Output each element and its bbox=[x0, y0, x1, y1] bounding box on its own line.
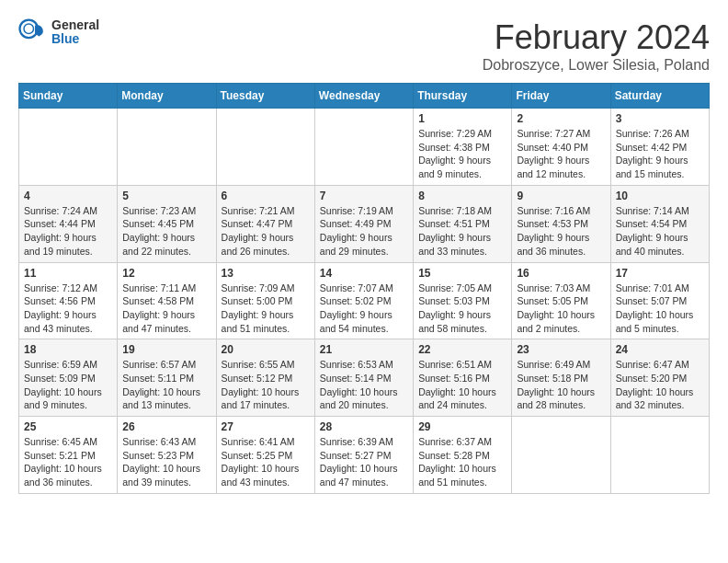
calendar-cell: 15Sunrise: 7:05 AM Sunset: 5:03 PM Dayli… bbox=[414, 262, 512, 339]
calendar-week-row: 11Sunrise: 7:12 AM Sunset: 4:56 PM Dayli… bbox=[19, 262, 710, 339]
calendar-cell: 5Sunrise: 7:23 AM Sunset: 4:45 PM Daylig… bbox=[118, 185, 216, 262]
calendar-cell bbox=[118, 109, 216, 186]
day-info: Sunrise: 6:45 AM Sunset: 5:21 PM Dayligh… bbox=[24, 435, 112, 489]
weekday-header-thursday: Thursday bbox=[414, 84, 512, 109]
day-number: 14 bbox=[320, 267, 408, 280]
day-info: Sunrise: 7:03 AM Sunset: 5:05 PM Dayligh… bbox=[517, 282, 605, 336]
day-info: Sunrise: 7:11 AM Sunset: 4:58 PM Dayligh… bbox=[122, 282, 210, 336]
day-number: 15 bbox=[418, 267, 506, 280]
day-number: 19 bbox=[122, 343, 210, 356]
day-info: Sunrise: 6:37 AM Sunset: 5:28 PM Dayligh… bbox=[418, 435, 506, 489]
calendar-cell: 21Sunrise: 6:53 AM Sunset: 5:14 PM Dayli… bbox=[314, 339, 413, 417]
day-number: 26 bbox=[122, 420, 210, 433]
day-number: 3 bbox=[616, 112, 704, 125]
day-number: 23 bbox=[517, 343, 605, 356]
day-info: Sunrise: 6:51 AM Sunset: 5:16 PM Dayligh… bbox=[418, 358, 506, 412]
calendar-cell: 6Sunrise: 7:21 AM Sunset: 4:47 PM Daylig… bbox=[216, 185, 314, 262]
calendar-cell: 10Sunrise: 7:14 AM Sunset: 4:54 PM Dayli… bbox=[610, 185, 709, 262]
calendar-cell: 13Sunrise: 7:09 AM Sunset: 5:00 PM Dayli… bbox=[216, 262, 314, 339]
weekday-header-sunday: Sunday bbox=[19, 84, 118, 109]
calendar-cell: 14Sunrise: 7:07 AM Sunset: 5:02 PM Dayli… bbox=[314, 262, 413, 339]
day-info: Sunrise: 7:16 AM Sunset: 4:53 PM Dayligh… bbox=[517, 204, 605, 259]
calendar-week-row: 1Sunrise: 7:29 AM Sunset: 4:38 PM Daylig… bbox=[19, 109, 710, 186]
calendar-header: SundayMondayTuesdayWednesdayThursdayFrid… bbox=[19, 84, 710, 109]
day-number: 7 bbox=[320, 190, 408, 202]
logo-blue-text: Blue bbox=[51, 32, 99, 46]
day-number: 22 bbox=[418, 343, 506, 356]
day-number: 29 bbox=[418, 420, 506, 433]
day-number: 12 bbox=[122, 267, 210, 280]
calendar-cell bbox=[19, 109, 118, 186]
day-info: Sunrise: 6:43 AM Sunset: 5:23 PM Dayligh… bbox=[122, 435, 210, 489]
day-number: 5 bbox=[122, 190, 210, 202]
calendar-cell: 16Sunrise: 7:03 AM Sunset: 5:05 PM Dayli… bbox=[512, 262, 610, 339]
day-info: Sunrise: 7:21 AM Sunset: 4:47 PM Dayligh… bbox=[222, 204, 310, 259]
location: Dobroszyce, Lower Silesia, Poland bbox=[483, 57, 710, 74]
day-info: Sunrise: 6:55 AM Sunset: 5:12 PM Dayligh… bbox=[222, 358, 310, 412]
day-info: Sunrise: 7:12 AM Sunset: 4:56 PM Dayligh… bbox=[24, 282, 112, 336]
calendar-cell: 28Sunrise: 6:39 AM Sunset: 5:27 PM Dayli… bbox=[314, 417, 413, 494]
calendar-cell: 1Sunrise: 7:29 AM Sunset: 4:38 PM Daylig… bbox=[414, 109, 512, 186]
svg-point-1 bbox=[24, 24, 34, 34]
weekday-header-friday: Friday bbox=[512, 84, 610, 109]
day-number: 4 bbox=[24, 190, 112, 202]
calendar-cell: 23Sunrise: 6:49 AM Sunset: 5:18 PM Dayli… bbox=[512, 339, 610, 417]
calendar-cell: 11Sunrise: 7:12 AM Sunset: 4:56 PM Dayli… bbox=[19, 262, 118, 339]
day-number: 13 bbox=[222, 267, 310, 280]
calendar-cell: 25Sunrise: 6:45 AM Sunset: 5:21 PM Dayli… bbox=[19, 417, 118, 494]
weekday-row: SundayMondayTuesdayWednesdayThursdayFrid… bbox=[19, 84, 710, 109]
weekday-header-wednesday: Wednesday bbox=[314, 84, 413, 109]
day-number: 16 bbox=[517, 267, 605, 280]
day-info: Sunrise: 7:14 AM Sunset: 4:54 PM Dayligh… bbox=[616, 204, 704, 259]
day-number: 28 bbox=[320, 420, 408, 433]
calendar-cell: 19Sunrise: 6:57 AM Sunset: 5:11 PM Dayli… bbox=[118, 339, 216, 417]
calendar-cell bbox=[314, 109, 413, 186]
day-info: Sunrise: 7:07 AM Sunset: 5:02 PM Dayligh… bbox=[320, 282, 408, 336]
calendar-cell: 3Sunrise: 7:26 AM Sunset: 4:42 PM Daylig… bbox=[610, 109, 709, 186]
day-info: Sunrise: 6:39 AM Sunset: 5:27 PM Dayligh… bbox=[320, 435, 408, 489]
calendar-cell: 4Sunrise: 7:24 AM Sunset: 4:44 PM Daylig… bbox=[19, 185, 118, 262]
calendar-cell bbox=[610, 417, 709, 494]
day-number: 21 bbox=[320, 343, 408, 356]
day-info: Sunrise: 7:24 AM Sunset: 4:44 PM Dayligh… bbox=[24, 204, 112, 259]
day-info: Sunrise: 7:19 AM Sunset: 4:49 PM Dayligh… bbox=[320, 204, 408, 259]
day-info: Sunrise: 7:05 AM Sunset: 5:03 PM Dayligh… bbox=[418, 282, 506, 336]
calendar-cell: 18Sunrise: 6:59 AM Sunset: 5:09 PM Dayli… bbox=[19, 339, 118, 417]
day-number: 18 bbox=[24, 343, 112, 356]
page-header: General Blue February 2024 Dobroszyce, L… bbox=[18, 18, 710, 74]
calendar-week-row: 25Sunrise: 6:45 AM Sunset: 5:21 PM Dayli… bbox=[19, 417, 710, 494]
weekday-header-tuesday: Tuesday bbox=[216, 84, 314, 109]
day-number: 24 bbox=[616, 343, 704, 356]
day-info: Sunrise: 6:57 AM Sunset: 5:11 PM Dayligh… bbox=[122, 358, 210, 412]
day-number: 11 bbox=[24, 267, 112, 280]
calendar-cell: 9Sunrise: 7:16 AM Sunset: 4:53 PM Daylig… bbox=[512, 185, 610, 262]
day-info: Sunrise: 7:09 AM Sunset: 5:00 PM Dayligh… bbox=[222, 282, 310, 336]
day-info: Sunrise: 6:59 AM Sunset: 5:09 PM Dayligh… bbox=[24, 358, 112, 412]
calendar-cell: 26Sunrise: 6:43 AM Sunset: 5:23 PM Dayli… bbox=[118, 417, 216, 494]
day-info: Sunrise: 7:01 AM Sunset: 5:07 PM Dayligh… bbox=[616, 282, 704, 336]
day-info: Sunrise: 7:29 AM Sunset: 4:38 PM Dayligh… bbox=[418, 127, 506, 181]
title-section: February 2024 Dobroszyce, Lower Silesia,… bbox=[483, 18, 710, 74]
day-number: 6 bbox=[222, 190, 310, 202]
weekday-header-monday: Monday bbox=[118, 84, 216, 109]
calendar-cell: 7Sunrise: 7:19 AM Sunset: 4:49 PM Daylig… bbox=[314, 185, 413, 262]
calendar-week-row: 18Sunrise: 6:59 AM Sunset: 5:09 PM Dayli… bbox=[19, 339, 710, 417]
day-info: Sunrise: 7:26 AM Sunset: 4:42 PM Dayligh… bbox=[616, 127, 704, 181]
calendar-week-row: 4Sunrise: 7:24 AM Sunset: 4:44 PM Daylig… bbox=[19, 185, 710, 262]
logo: General Blue bbox=[18, 18, 99, 47]
day-number: 1 bbox=[418, 112, 506, 125]
day-info: Sunrise: 7:18 AM Sunset: 4:51 PM Dayligh… bbox=[418, 204, 506, 259]
day-number: 17 bbox=[616, 267, 704, 280]
calendar-cell: 24Sunrise: 6:47 AM Sunset: 5:20 PM Dayli… bbox=[610, 339, 709, 417]
logo-text: General Blue bbox=[51, 18, 99, 47]
day-number: 2 bbox=[517, 112, 605, 125]
day-number: 9 bbox=[517, 190, 605, 202]
calendar-cell: 17Sunrise: 7:01 AM Sunset: 5:07 PM Dayli… bbox=[610, 262, 709, 339]
day-info: Sunrise: 6:41 AM Sunset: 5:25 PM Dayligh… bbox=[222, 435, 310, 489]
logo-icon bbox=[18, 18, 46, 46]
day-info: Sunrise: 6:49 AM Sunset: 5:18 PM Dayligh… bbox=[517, 358, 605, 412]
month-title: February 2024 bbox=[483, 18, 710, 57]
day-number: 27 bbox=[222, 420, 310, 433]
logo-general-text: General bbox=[51, 18, 99, 32]
day-number: 20 bbox=[222, 343, 310, 356]
